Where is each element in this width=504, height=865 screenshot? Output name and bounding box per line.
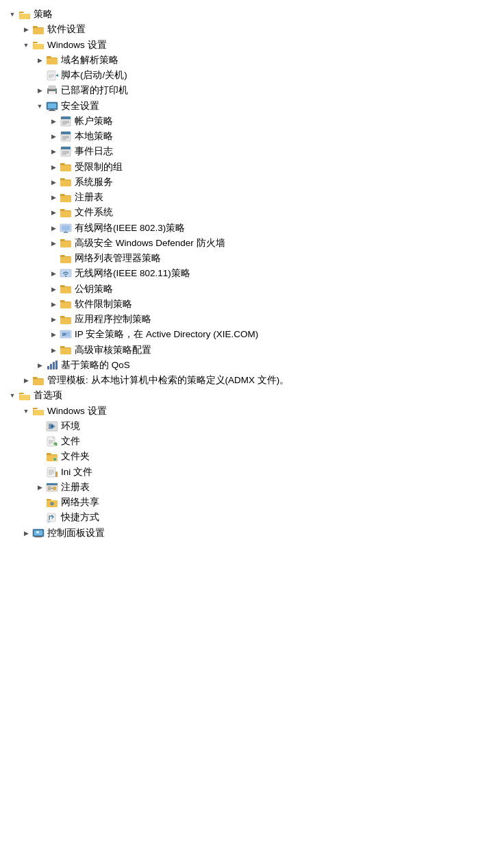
qos[interactable]: 基于策略的 QoS — [7, 358, 497, 373]
dns-policy-expander[interactable] — [34, 55, 45, 66]
ctrl-panel-settings[interactable]: 控制面板设置 — [7, 526, 497, 541]
ctrl-panel-settings-label: 控制面板设置 — [47, 526, 105, 540]
list-item: 软件限制策略 — [7, 297, 497, 312]
script[interactable]: 脚本(启动/关机) — [7, 68, 497, 83]
pref-netshare[interactable]: 网络共享 — [7, 495, 497, 510]
restricted-groups-expander[interactable] — [48, 162, 59, 173]
windows-settings[interactable]: Windows 设置 — [7, 38, 497, 53]
wireless-network[interactable]: 无线网络(IEEE 802.11)策略 — [7, 266, 497, 281]
list-item: 网络共享 — [7, 495, 497, 510]
security-settings-label: 安全设置 — [61, 99, 99, 113]
list-item: 控制面板设置 — [7, 526, 497, 541]
ctrl-panel-settings-icon — [32, 527, 45, 539]
svg-text:+: + — [54, 443, 56, 447]
admin-templates-expander[interactable] — [21, 375, 32, 386]
list-item: 事件日志 — [7, 144, 497, 159]
windows-defender-fw-icon — [59, 237, 73, 249]
network-list-manager-label: 网络列表管理器策略 — [75, 252, 161, 265]
system-services-icon — [59, 176, 73, 188]
event-log-icon — [59, 145, 73, 158]
app-control[interactable]: 应用程序控制策略 — [7, 312, 497, 327]
registry[interactable]: 注册表 — [7, 190, 497, 205]
local-policy[interactable]: 本地策略 — [7, 129, 497, 144]
software-restriction-icon — [59, 298, 73, 310]
pubkey-policy-expander[interactable] — [48, 284, 59, 295]
ctrl-panel-settings-expander[interactable] — [21, 528, 32, 539]
windows-settings-expander[interactable] — [21, 40, 32, 51]
ip-security-expander[interactable] — [48, 329, 59, 340]
file-system[interactable]: 文件系统 — [7, 205, 497, 220]
preferences-root[interactable]: 首选项 — [7, 388, 497, 403]
pref-windows-settings-expander[interactable] — [21, 406, 32, 417]
list-item: 网络列表管理器策略 — [7, 251, 497, 266]
pref-file-icon: + — [45, 435, 59, 448]
pref-file[interactable]: + 文件 — [7, 434, 497, 449]
advanced-audit-expander[interactable] — [48, 345, 59, 356]
wireless-network-expander[interactable] — [48, 268, 59, 279]
pref-shortcut[interactable]: 快捷方式 — [7, 510, 497, 525]
pubkey-policy-label: 公钥策略 — [75, 282, 113, 296]
software-settings[interactable]: 软件设置 — [7, 22, 497, 37]
preferences-root-expander[interactable] — [7, 390, 18, 401]
pref-registry-expander[interactable] — [34, 482, 45, 493]
list-item: 高级安全 Windows Defender 防火墙 — [7, 236, 497, 251]
account-policy[interactable]: 帐户策略 — [7, 114, 497, 129]
security-settings-expander[interactable] — [34, 101, 45, 112]
advanced-audit-icon — [59, 344, 73, 356]
pref-env-label: 环境 — [61, 419, 80, 433]
pref-registry[interactable]: 注册表 — [7, 480, 497, 495]
windows-defender-fw[interactable]: 高级安全 Windows Defender 防火墙 — [7, 236, 497, 251]
policy-root-expander[interactable] — [7, 9, 18, 20]
pref-folder-icon — [45, 450, 59, 463]
policy-root-label: 策略 — [34, 8, 53, 21]
pref-folder[interactable]: 文件夹 — [7, 449, 497, 464]
file-system-expander[interactable] — [48, 207, 59, 218]
system-services-expander[interactable] — [48, 177, 59, 188]
registry-icon — [59, 191, 73, 204]
list-item: Windows 设置 — [7, 404, 497, 419]
script-label: 脚本(启动/关机) — [61, 69, 127, 82]
software-restriction[interactable]: 软件限制策略 — [7, 297, 497, 312]
list-item: 本地策略 — [7, 129, 497, 144]
svg-point-43 — [51, 425, 53, 428]
software-settings-expander[interactable] — [21, 24, 32, 35]
pubkey-policy[interactable]: 公钥策略 — [7, 282, 497, 297]
policy-root[interactable]: 策略 — [7, 7, 497, 22]
network-list-manager[interactable]: 网络列表管理器策略 — [7, 251, 497, 266]
account-policy-expander[interactable] — [48, 116, 59, 127]
wired-network[interactable]: 有线网络(IEEE 802.3)策略 — [7, 221, 497, 236]
qos-expander[interactable] — [34, 360, 45, 371]
windows-defender-fw-expander[interactable] — [48, 238, 59, 249]
app-control-expander[interactable] — [48, 314, 59, 325]
pref-windows-settings[interactable]: Windows 设置 — [7, 404, 497, 419]
advanced-audit[interactable]: 高级审核策略配置 — [7, 343, 497, 358]
svg-rect-32 — [64, 232, 68, 233]
system-services[interactable]: 系统服务 — [7, 175, 497, 190]
wired-network-label: 有线网络(IEEE 802.3)策略 — [75, 221, 185, 235]
security-settings[interactable]: 安全设置 — [7, 99, 497, 114]
svg-rect-38 — [47, 366, 49, 369]
dns-policy[interactable]: 域名解析策略 — [7, 53, 497, 68]
local-policy-expander[interactable] — [48, 131, 59, 142]
wireless-network-icon — [59, 267, 73, 280]
admin-templates[interactable]: 管理模板: 从本地计算机中检索的策略定义(ADMX 文件)。 — [7, 373, 497, 388]
registry-expander[interactable] — [48, 192, 59, 203]
event-log-expander[interactable] — [48, 146, 59, 157]
deployed-printers-expander[interactable] — [34, 85, 45, 96]
svg-rect-41 — [55, 361, 58, 369]
ip-security-label: IP 安全策略，在 Active Directory (XIE.COM) — [75, 328, 258, 341]
registry-label: 注册表 — [75, 191, 103, 204]
pref-env[interactable]: 环境 — [7, 419, 497, 434]
software-restriction-expander[interactable] — [48, 299, 59, 310]
event-log[interactable]: 事件日志 — [7, 144, 497, 159]
svg-rect-72 — [35, 537, 42, 537]
wired-network-expander[interactable] — [48, 223, 59, 234]
svg-rect-52 — [47, 467, 55, 477]
restricted-groups[interactable]: 受限制的组 — [7, 160, 497, 175]
pref-shortcut-icon — [45, 511, 59, 524]
list-item: IP IP 安全策略，在 Active Directory (XIE.COM) — [7, 327, 497, 342]
pref-ini[interactable]: Ini 文件 — [7, 465, 497, 480]
svg-rect-8 — [49, 91, 55, 95]
deployed-printers[interactable]: 已部署的打印机 — [7, 83, 497, 98]
ip-security[interactable]: IP IP 安全策略，在 Active Directory (XIE.COM) — [7, 327, 497, 342]
